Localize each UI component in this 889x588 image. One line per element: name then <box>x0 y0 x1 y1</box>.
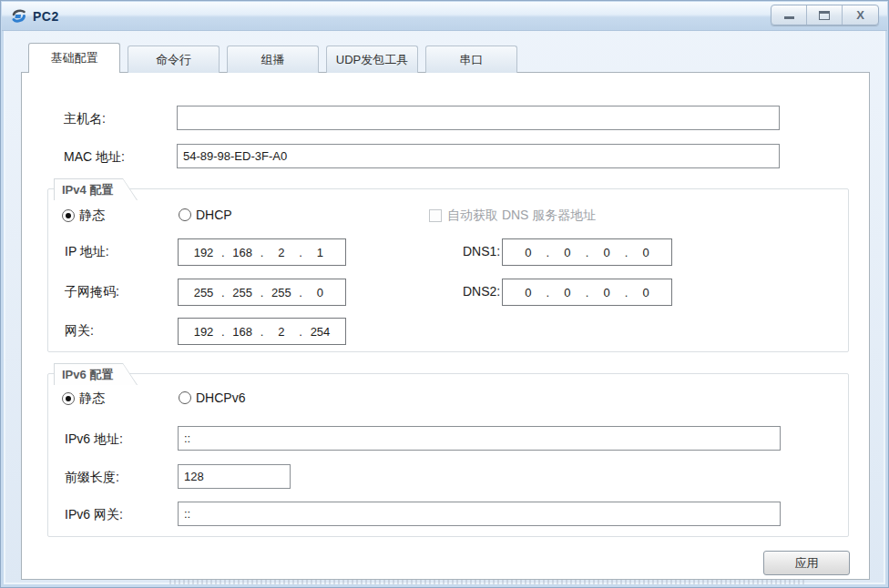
ip-octet: 0 <box>595 246 618 259</box>
minimize-icon <box>784 16 794 19</box>
minimize-button[interactable] <box>771 5 807 25</box>
dns1-input[interactable]: 0 0 0 0 <box>502 238 672 266</box>
mac-input[interactable] <box>177 144 780 168</box>
ip-separator <box>547 286 550 299</box>
ip-octet: 254 <box>308 325 332 339</box>
tab-bar: 基础配置 命令行 组播 UDP发包工具 串口 <box>28 43 517 73</box>
ip-octet: 0 <box>595 286 618 299</box>
ip-octet: 0 <box>556 286 579 299</box>
ip-separator <box>221 325 225 339</box>
ip-address-label: IP 地址: <box>65 244 109 260</box>
dns2-label: DNS2: <box>463 284 500 299</box>
ip-octet: 2 <box>270 246 293 259</box>
ip-octet: 255 <box>192 286 216 299</box>
maximize-icon <box>819 11 830 20</box>
radio-unchecked-icon <box>179 208 191 221</box>
ipv4-group: IPv4 配置 静态 DHCP 自动获取 DNS 服务器地址 IP 地址: 19… <box>47 188 849 352</box>
ip-octet: 0 <box>516 246 540 259</box>
apply-button[interactable]: 应用 <box>763 551 850 575</box>
ip-separator <box>299 286 302 299</box>
subnet-mask-input[interactable]: 255 255 255 0 <box>178 279 346 306</box>
window-title: PC2 <box>33 9 59 24</box>
ipv6-dhcp-radio[interactable]: DHCPv6 <box>179 390 245 405</box>
basic-config-panel: 主机名: MAC 地址: IPv4 配置 静态 DHCP 自动获取 DNS 服务… <box>21 72 870 580</box>
pc-config-window: PC2 X 基础配置 命令行 组播 UDP发包工具 串口 主机名: MAC 地址… <box>0 0 889 588</box>
dns2-input[interactable]: 0 0 0 0 <box>502 279 672 306</box>
tab-udp-tool[interactable]: UDP发包工具 <box>326 46 418 73</box>
ipv4-dhcp-radio[interactable]: DHCP <box>179 208 232 222</box>
ip-separator <box>625 286 628 299</box>
hostname-label: 主机名: <box>64 111 106 127</box>
ip-octet: 0 <box>556 246 579 259</box>
ensp-app-icon <box>11 8 27 25</box>
ip-octet: 2 <box>270 325 293 339</box>
ipv4-dhcp-label: DHCP <box>196 208 232 222</box>
dns-auto-checkbox[interactable]: 自动获取 DNS 服务器地址 <box>429 208 596 224</box>
ip-separator <box>299 325 302 339</box>
close-icon: X <box>856 9 864 21</box>
ipv6-static-radio[interactable]: 静态 <box>62 390 105 407</box>
ipv6-gateway-input[interactable] <box>178 502 781 526</box>
window-controls: X <box>771 5 879 25</box>
ipv6-address-input[interactable] <box>178 426 781 451</box>
watermark-strip <box>169 580 807 584</box>
gateway-input[interactable]: 192 168 2 254 <box>178 318 346 345</box>
ipv4-static-label: 静态 <box>79 208 105 224</box>
ip-separator <box>221 286 225 299</box>
dns-auto-label: 自动获取 DNS 服务器地址 <box>447 208 596 224</box>
ipv4-group-tab: IPv4 配置 <box>54 178 138 200</box>
ipv4-group-label: IPv4 配置 <box>55 179 137 200</box>
radio-unchecked-icon <box>179 391 191 404</box>
ip-octet: 0 <box>634 286 658 299</box>
ipv6-group: IPv6 配置 静态 DHCPv6 IPv6 地址: 前缀长度: IPv6 网关… <box>47 373 849 537</box>
tab-multicast[interactable]: 组播 <box>227 46 319 73</box>
ipv6-gateway-label: IPv6 网关: <box>65 507 123 523</box>
ip-separator <box>261 246 264 259</box>
ip-octet: 168 <box>230 325 254 339</box>
radio-checked-icon <box>62 209 75 222</box>
ipv4-static-radio[interactable]: 静态 <box>62 208 105 224</box>
tab-serial[interactable]: 串口 <box>425 46 517 73</box>
close-button[interactable]: X <box>843 5 878 25</box>
ipv6-static-label: 静态 <box>79 390 105 407</box>
ip-octet: 192 <box>192 246 216 259</box>
ip-separator <box>547 246 550 259</box>
hostname-input[interactable] <box>177 106 780 130</box>
ip-separator <box>221 246 225 259</box>
subnet-mask-label: 子网掩码: <box>65 284 119 300</box>
ip-octet: 255 <box>270 286 293 299</box>
gateway-label: 网关: <box>65 323 94 340</box>
ipv6-address-label: IPv6 地址: <box>65 431 123 448</box>
ip-octet: 0 <box>634 246 658 259</box>
ip-octet: 192 <box>192 325 216 339</box>
ip-separator <box>586 286 589 299</box>
ip-octet: 0 <box>308 286 332 299</box>
tab-command-line[interactable]: 命令行 <box>128 46 220 73</box>
ip-separator <box>586 246 589 259</box>
ip-octet: 255 <box>230 286 254 299</box>
checkbox-unchecked-icon <box>429 209 442 222</box>
ip-address-input[interactable]: 192 168 2 1 <box>178 238 346 266</box>
tab-basic-config[interactable]: 基础配置 <box>28 43 120 73</box>
ip-separator <box>299 246 302 259</box>
prefix-length-label: 前缀长度: <box>65 470 119 486</box>
ip-separator <box>625 246 628 259</box>
ipv6-group-tab: IPv6 配置 <box>54 363 138 385</box>
maximize-button[interactable] <box>807 5 843 25</box>
mac-label: MAC 地址: <box>64 149 125 166</box>
ip-octet: 1 <box>308 246 332 259</box>
ipv6-dhcp-label: DHCPv6 <box>196 390 245 405</box>
ip-octet: 168 <box>230 246 254 259</box>
ip-octet: 0 <box>516 286 540 299</box>
dns1-label: DNS1: <box>463 244 500 259</box>
title-bar[interactable]: PC2 X <box>2 2 887 31</box>
ip-separator <box>261 286 264 299</box>
ipv6-group-label: IPv6 配置 <box>55 364 137 385</box>
prefix-length-input[interactable] <box>178 464 291 489</box>
radio-checked-icon <box>62 392 75 405</box>
ip-separator <box>261 325 264 339</box>
